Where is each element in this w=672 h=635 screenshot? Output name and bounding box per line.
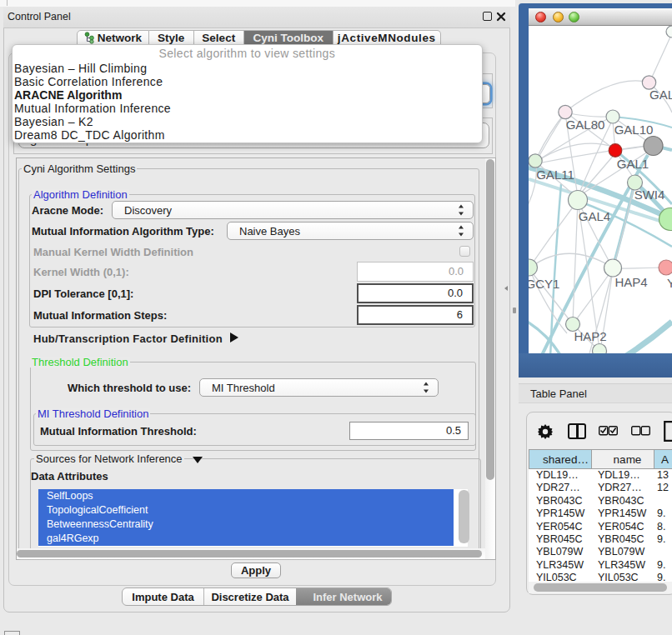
svg-text:Y: Y [667, 276, 672, 290]
svg-text:HAP2: HAP2 [574, 329, 606, 343]
svg-text:GAL2: GAL2 [649, 88, 672, 102]
svg-text:SWI4: SWI4 [634, 188, 665, 202]
svg-text:GAL11: GAL11 [536, 168, 574, 182]
svg-text:GAL1: GAL1 [617, 157, 649, 171]
svg-text:HAP4: HAP4 [614, 275, 647, 289]
svg-text:GCY1: GCY1 [529, 277, 559, 291]
svg-text:GAL80: GAL80 [566, 118, 605, 132]
svg-text:GAL4: GAL4 [579, 209, 610, 223]
svg-text:GAL10: GAL10 [614, 122, 654, 137]
